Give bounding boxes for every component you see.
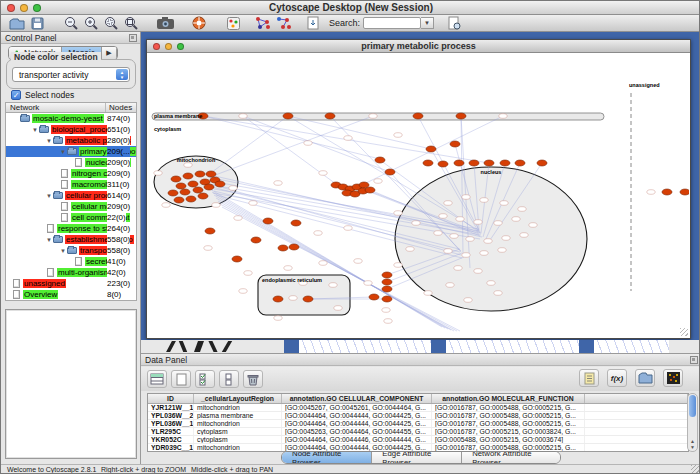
network-node[interactable]: [195, 171, 205, 177]
network-node[interactable]: [446, 283, 454, 288]
network-node[interactable]: [439, 214, 447, 219]
search-dropdown-icon[interactable]: ▼: [421, 17, 434, 29]
tree-row[interactable]: ▼biological_process651(0): [6, 124, 136, 135]
table-row[interactable]: YKR052Ccytoplasm[GO:0044464, GO:0044446,…: [148, 436, 688, 444]
network-node[interactable]: [512, 217, 520, 222]
select-nodes-checkbox[interactable]: ✓: [11, 90, 21, 100]
tree-row[interactable]: secretion41(0): [6, 256, 136, 267]
tree-expander-icon[interactable]: ▼: [60, 248, 66, 254]
network-node[interactable]: [444, 201, 452, 206]
view-network-icon[interactable]: [273, 16, 293, 31]
unselect-attributes-icon[interactable]: [219, 370, 239, 388]
network-node[interactable]: [369, 114, 377, 119]
tree-row[interactable]: nitrogen compo209(0): [6, 168, 136, 179]
network-node[interactable]: [174, 197, 184, 203]
network-node[interactable]: [406, 247, 414, 252]
network-node[interactable]: [529, 223, 537, 228]
table-cell[interactable]: YKR052C: [148, 436, 194, 443]
nodes-column-header[interactable]: Nodes: [106, 103, 136, 112]
network-node[interactable]: [232, 256, 242, 262]
table-cell[interactable]: plasma membrane: [194, 412, 282, 419]
network-node[interactable]: [162, 203, 170, 208]
network-node[interactable]: [334, 306, 342, 311]
network-node[interactable]: [289, 296, 297, 301]
network-node[interactable]: [434, 231, 442, 236]
network-node[interactable]: [215, 181, 225, 187]
open-attributes-icon[interactable]: [635, 369, 655, 387]
network-node[interactable]: [450, 234, 458, 239]
network-node[interactable]: [474, 269, 482, 274]
select-attributes-icon[interactable]: [195, 370, 215, 388]
annotation-icon[interactable]: [303, 16, 323, 31]
network-node[interactable]: [206, 171, 216, 177]
table-cell[interactable]: [GO:0044464, GO:0044444, GO:0044425, G..…: [282, 420, 432, 427]
network-node[interactable]: [537, 160, 547, 166]
network-node[interactable]: [480, 251, 488, 256]
network-node[interactable]: [171, 176, 181, 182]
tree-row[interactable]: unassigned223(0): [6, 278, 136, 289]
tree-row[interactable]: multi-organism pro42(0): [6, 267, 136, 278]
table-cell[interactable]: cytoplasm: [194, 428, 282, 435]
table-cell[interactable]: [GO:0016787, GO:0005488, GO:0005215, G..…: [432, 404, 585, 411]
search-input[interactable]: [363, 17, 421, 29]
delete-attribute-icon[interactable]: [243, 370, 263, 388]
network-node[interactable]: [284, 266, 292, 271]
tree-expander-icon[interactable]: ▼: [32, 127, 38, 133]
table-row[interactable]: YPL036W__2plasma membrane[GO:0044464, GO…: [148, 412, 688, 420]
network-node[interactable]: [186, 196, 196, 202]
table-cell[interactable]: mitochondrion: [194, 420, 282, 427]
float-control-panel-icon[interactable]: [129, 34, 137, 42]
network-node[interactable]: [204, 246, 212, 251]
save-icon[interactable]: [27, 16, 47, 31]
zoom-in-icon[interactable]: [81, 16, 101, 31]
network-node[interactable]: [183, 173, 193, 179]
network-node[interactable]: [382, 296, 392, 302]
table-cell[interactable]: YPL036W__1: [148, 420, 194, 427]
vizmapper-icon[interactable]: [223, 16, 243, 31]
network-node[interactable]: [176, 183, 186, 189]
table-row[interactable]: YLR295Ccytoplasm[GO:0045263, GO:0044464,…: [148, 428, 688, 436]
zoom-out-icon[interactable]: [61, 16, 81, 31]
network-node[interactable]: [487, 281, 495, 286]
network-node[interactable]: [184, 163, 192, 168]
table-column-header[interactable]: _cellularLayoutRegion: [194, 394, 282, 403]
network-node[interactable]: [662, 189, 672, 195]
table-cell[interactable]: [GO:0045267, GO:0045261, GO:0044464, G..…: [282, 404, 432, 411]
table-cell[interactable]: [GO:0044464, GO:0044446, GO:0044444, G..…: [282, 436, 432, 443]
attribute-browser-tab[interactable]: Node Attribute Browser: [282, 452, 372, 463]
table-column-header[interactable]: annotation.GO MOLECULAR_FUNCTION: [432, 394, 585, 403]
attribute-grid-icon[interactable]: [147, 370, 167, 388]
network-node[interactable]: [394, 211, 402, 216]
network-node[interactable]: [680, 189, 689, 195]
tree-row[interactable]: ▼establishment of lo558(0): [6, 234, 136, 245]
network-node[interactable]: [494, 221, 502, 226]
network-node[interactable]: [329, 283, 337, 288]
tree-row[interactable]: ▼cellular process614(0): [6, 190, 136, 201]
network-node[interactable]: [423, 160, 433, 166]
table-row[interactable]: YPL036W__1mitochondrion[GO:0044464, GO:0…: [148, 420, 688, 428]
network-node[interactable]: [464, 298, 472, 303]
window-resize-grip[interactable]: [680, 328, 688, 336]
table-cell[interactable]: mitochondrion: [194, 444, 282, 451]
table-cell[interactable]: [GO:0016787, GO:0005488, GO:0005215, G..…: [432, 444, 585, 451]
network-node[interactable]: [474, 220, 482, 225]
network-node[interactable]: [394, 133, 402, 138]
network-node[interactable]: [180, 189, 190, 195]
network-node[interactable]: [647, 190, 655, 195]
network-node[interactable]: [412, 221, 420, 226]
zoom-fit-icon[interactable]: [121, 16, 141, 31]
network-node[interactable]: [384, 319, 392, 324]
network-node[interactable]: [374, 179, 382, 184]
network-node[interactable]: [520, 233, 528, 238]
table-cell[interactable]: YJR121W__1: [148, 404, 194, 411]
network-canvas[interactable]: plasma membranecytoplasmmitochondrionnuc…: [148, 53, 689, 337]
table-cell[interactable]: [GO:0016787, GO:0005215, GO:0003824, G..…: [432, 428, 585, 435]
table-cell[interactable]: YDR039C__1: [148, 444, 194, 451]
network-node[interactable]: [364, 281, 372, 286]
network-window-titlebar[interactable]: primary metabolic process: [147, 40, 690, 53]
network-node[interactable]: [369, 294, 379, 300]
network-node[interactable]: [462, 253, 470, 258]
scrollbar-arrows-icon[interactable]: ▲▼: [688, 438, 697, 450]
network-node[interactable]: [274, 181, 282, 186]
network-node[interactable]: [354, 259, 362, 264]
